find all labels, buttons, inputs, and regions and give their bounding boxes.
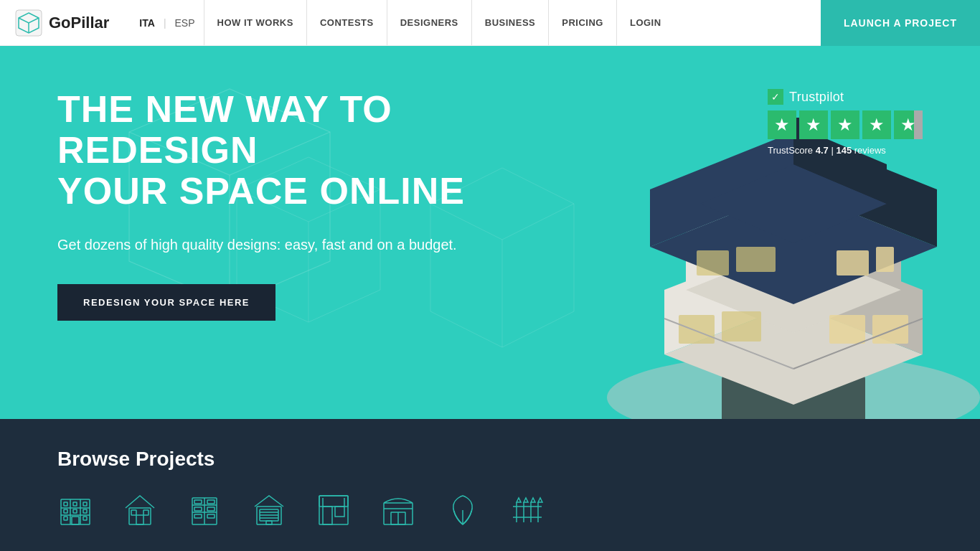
browse-icon-shop[interactable] <box>316 492 352 528</box>
shop-icon <box>316 492 352 528</box>
storage-icon <box>380 492 416 528</box>
svg-rect-42 <box>73 509 77 513</box>
browse-icon-apartments[interactable] <box>57 492 93 528</box>
browse-title: Browse Projects <box>57 448 923 471</box>
svg-rect-40 <box>83 502 87 506</box>
svg-rect-46 <box>72 517 79 524</box>
house-icon <box>122 492 158 528</box>
star-3: ★ <box>831 110 859 139</box>
browse-icon-garage[interactable] <box>251 492 287 528</box>
browse-icon-fence[interactable] <box>509 492 545 528</box>
logo-icon <box>14 9 43 37</box>
browse-icon-garden[interactable] <box>445 492 481 528</box>
nav-pricing[interactable]: PRICING <box>548 0 616 45</box>
svg-marker-85 <box>524 498 528 502</box>
svg-rect-58 <box>207 507 215 511</box>
hero-subtitle: Get dozens of high quality designs: easy… <box>57 234 473 255</box>
browse-icon-office[interactable] <box>187 492 222 528</box>
trustpilot-header: ✓ Trustpilot <box>768 89 923 105</box>
svg-rect-25 <box>722 311 761 342</box>
trustpilot-label: Trustpilot <box>789 90 844 105</box>
browse-section: Browse Projects <box>0 419 980 551</box>
trustscore-text: TrustScore 4.7 | 145 reviews <box>768 145 923 156</box>
navbar: GoPillar ITA | ESP HOW IT WORKS CONTESTS… <box>0 0 980 46</box>
logo[interactable]: GoPillar <box>14 9 109 37</box>
svg-rect-41 <box>64 509 67 513</box>
svg-rect-67 <box>319 496 348 524</box>
svg-rect-50 <box>143 510 149 515</box>
star-2: ★ <box>799 110 828 139</box>
apartments-icon <box>57 492 93 528</box>
svg-rect-66 <box>266 521 272 524</box>
trustpilot-widget: ✓ Trustpilot ★ ★ ★ ★ ★ TrustScore 4.7 | … <box>768 89 923 156</box>
browse-icons-row <box>57 492 923 528</box>
svg-rect-27 <box>876 247 894 272</box>
svg-rect-55 <box>194 500 202 504</box>
svg-rect-60 <box>207 514 215 518</box>
svg-rect-45 <box>83 517 87 520</box>
star-5: ★ <box>894 110 923 139</box>
svg-rect-57 <box>194 507 202 511</box>
garage-icon <box>251 492 287 528</box>
trustpilot-stars: ★ ★ ★ ★ ★ <box>768 110 923 139</box>
svg-rect-22 <box>829 315 865 344</box>
svg-rect-56 <box>207 500 215 504</box>
svg-rect-39 <box>73 502 77 506</box>
nav-lang-ita[interactable]: ITA <box>131 0 164 45</box>
svg-rect-43 <box>83 509 87 513</box>
svg-rect-44 <box>64 517 67 520</box>
svg-rect-69 <box>323 507 332 524</box>
nav-lang-esp[interactable]: ESP <box>166 0 204 45</box>
nav-links: ITA | ESP HOW IT WORKS CONTESTS DESIGNER… <box>131 0 674 45</box>
svg-marker-86 <box>531 498 535 502</box>
svg-rect-23 <box>872 315 908 344</box>
star-1: ★ <box>768 110 796 139</box>
svg-rect-59 <box>194 514 202 518</box>
trustpilot-checkmark-icon: ✓ <box>768 89 783 105</box>
redesign-cta-button[interactable]: REDESIGN YOUR SPACE HERE <box>57 284 275 321</box>
hero-section: THE NEW WAY TO REDESIGN YOUR SPACE ONLIN… <box>0 46 980 419</box>
browse-icon-house[interactable] <box>122 492 158 528</box>
svg-marker-84 <box>517 498 521 502</box>
svg-rect-24 <box>679 315 715 344</box>
svg-rect-26 <box>837 250 869 276</box>
hero-title: THE NEW WAY TO REDESIGN YOUR SPACE ONLIN… <box>57 89 560 212</box>
nav-designers[interactable]: DESIGNERS <box>387 0 471 45</box>
office-icon <box>187 492 222 528</box>
svg-rect-29 <box>736 247 776 272</box>
hero-content: THE NEW WAY TO REDESIGN YOUR SPACE ONLIN… <box>57 89 560 321</box>
svg-rect-68 <box>319 496 348 507</box>
garden-icon <box>445 492 481 528</box>
svg-rect-49 <box>131 510 136 515</box>
svg-rect-48 <box>136 515 143 524</box>
svg-rect-38 <box>64 502 67 506</box>
svg-rect-28 <box>697 250 729 276</box>
browse-icon-storage[interactable] <box>380 492 416 528</box>
fence-icon <box>509 492 545 528</box>
logo-text: GoPillar <box>49 14 109 32</box>
launch-project-button[interactable]: LAUNCH A PROJECT <box>821 0 980 46</box>
nav-login[interactable]: LOGIN <box>616 0 674 45</box>
nav-how-it-works[interactable]: HOW IT WORKS <box>204 0 306 45</box>
star-4: ★ <box>862 110 891 139</box>
nav-contests[interactable]: CONTESTS <box>306 0 387 45</box>
svg-marker-87 <box>538 498 542 502</box>
nav-business[interactable]: BUSINESS <box>471 0 548 45</box>
svg-rect-70 <box>335 507 344 517</box>
